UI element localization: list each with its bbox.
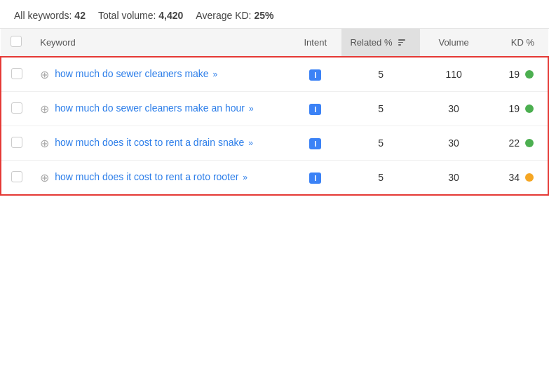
summary-bar: All keywords: 42 Total volume: 4,420 Ave… [0, 0, 549, 28]
table-row: ⊕ how much do sewer cleaners make an hou… [1, 92, 548, 126]
table-row: ⊕ how much do sewer cleaners make » I511… [1, 57, 548, 92]
kd-value: 34 [508, 172, 520, 183]
row-checkbox[interactable] [11, 102, 22, 114]
kd-dot-icon [525, 70, 534, 79]
header-keyword: Keyword [32, 29, 289, 57]
row-checkbox-cell [1, 92, 32, 126]
row-keyword-cell: ⊕ how much do sewer cleaners make » [32, 57, 289, 92]
all-keywords-label: All keywords: 42 [14, 10, 86, 21]
row-intent-cell: I [289, 161, 342, 196]
row-volume-cell: 30 [420, 161, 488, 196]
row-checkbox-cell [1, 57, 32, 92]
row-keyword-cell: ⊕ how much does it cost to rent a roto r… [32, 161, 289, 196]
all-keywords-value: 42 [74, 10, 86, 21]
header-kd-label: KD % [511, 37, 534, 48]
row-volume-cell: 30 [420, 126, 488, 161]
intent-badge: I [309, 104, 321, 115]
header-checkbox[interactable] [11, 36, 22, 47]
row-volume-cell: 30 [420, 92, 488, 126]
table-header-row: Keyword Intent Related % [1, 29, 548, 57]
header-related-label: Related % [350, 37, 392, 48]
plus-icon[interactable]: ⊕ [40, 102, 49, 116]
chevron-double-icon: » [248, 138, 253, 148]
keywords-table-container: Keyword Intent Related % [0, 28, 549, 196]
row-checkbox[interactable] [11, 68, 22, 79]
kd-dot-icon [525, 173, 534, 182]
row-checkbox-cell [1, 126, 32, 161]
chevron-double-icon: » [243, 173, 248, 182]
header-volume: Volume [420, 29, 488, 57]
row-checkbox[interactable] [11, 171, 22, 182]
row-keyword-cell: ⊕ how much do sewer cleaners make an hou… [32, 92, 289, 126]
avg-kd-text: Average KD: [196, 10, 251, 21]
row-related-cell: 5 [341, 92, 419, 126]
header-keyword-label: Keyword [40, 37, 76, 48]
total-volume-value: 4,420 [158, 10, 183, 21]
row-related-cell: 5 [341, 57, 419, 92]
total-volume-label: Total volume: 4,420 [98, 10, 183, 21]
header-intent: Intent [289, 29, 342, 57]
table-body: ⊕ how much do sewer cleaners make » I511… [1, 57, 548, 195]
kd-value: 19 [508, 69, 520, 80]
keyword-link[interactable]: how much do sewer cleaners make » [55, 67, 217, 81]
kd-value: 22 [508, 137, 520, 149]
keyword-link[interactable]: how much do sewer cleaners make an hour … [55, 102, 253, 116]
keyword-link[interactable]: how much does it cost to rent a roto roo… [55, 170, 248, 184]
header-intent-label: Intent [304, 37, 327, 48]
plus-icon[interactable]: ⊕ [40, 137, 49, 150]
intent-badge: I [309, 138, 321, 149]
row-kd-cell: 34 [488, 161, 548, 196]
row-intent-cell: I [289, 57, 342, 92]
kd-dot-icon [525, 104, 534, 113]
row-related-cell: 5 [341, 126, 419, 161]
intent-badge: I [309, 69, 321, 81]
avg-kd-value: 25% [254, 10, 273, 21]
related-filter-icon[interactable] [398, 39, 405, 46]
kd-dot-icon [525, 139, 534, 147]
kd-value: 19 [508, 103, 520, 114]
row-checkbox-cell [1, 161, 32, 196]
plus-icon[interactable]: ⊕ [40, 171, 49, 184]
filter-lines-icon [398, 39, 405, 46]
row-intent-cell: I [289, 126, 342, 161]
keyword-link[interactable]: how much does it cost to rent a drain sn… [55, 136, 253, 150]
chevron-double-icon: » [249, 104, 254, 114]
header-kd: KD % [488, 29, 548, 57]
header-related[interactable]: Related % [341, 29, 419, 57]
row-volume-cell: 110 [420, 57, 488, 92]
row-kd-cell: 19 [488, 57, 548, 92]
header-volume-label: Volume [438, 37, 468, 48]
total-volume-text: Total volume: [98, 10, 156, 21]
row-related-cell: 5 [341, 161, 419, 196]
all-keywords-text: All keywords: [14, 10, 72, 21]
keywords-table: Keyword Intent Related % [0, 29, 549, 196]
avg-kd-label: Average KD: 25% [196, 10, 273, 21]
table-row: ⊕ how much does it cost to rent a roto r… [1, 161, 548, 196]
row-kd-cell: 19 [488, 92, 548, 126]
row-keyword-cell: ⊕ how much does it cost to rent a drain … [32, 126, 289, 161]
intent-badge: I [309, 173, 321, 184]
row-intent-cell: I [289, 92, 342, 126]
row-kd-cell: 22 [488, 126, 548, 161]
plus-icon[interactable]: ⊕ [40, 68, 49, 81]
table-row: ⊕ how much does it cost to rent a drain … [1, 126, 548, 161]
header-checkbox-cell [1, 29, 32, 57]
row-checkbox[interactable] [11, 137, 22, 148]
chevron-double-icon: » [213, 69, 218, 79]
